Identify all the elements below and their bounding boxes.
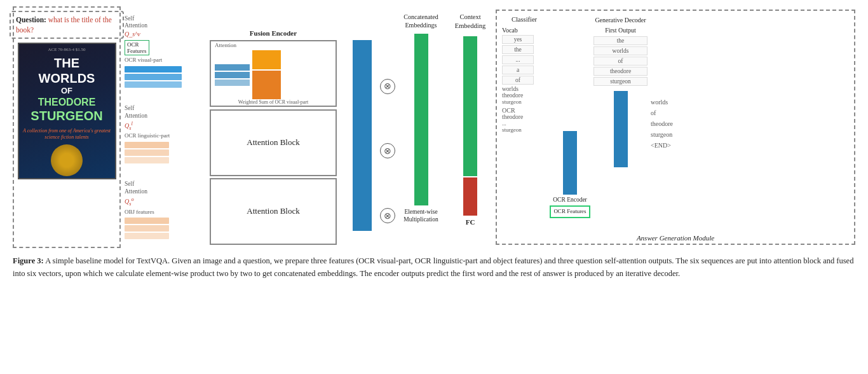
att-blue-strips — [215, 64, 250, 86]
first-out-item-the: the — [593, 36, 648, 45]
feat-bar-p3 — [125, 157, 169, 163]
multiply-2: ⊗ — [380, 143, 395, 158]
classifier-title: Classifier — [502, 16, 546, 23]
book-barcode: ACE 70-863-4 $1.50 — [48, 47, 86, 52]
vocab-item: a — [502, 66, 534, 74]
book-title-line1: THE — [31, 55, 102, 71]
fusion-bar — [353, 40, 372, 231]
caption-text-body: A simple baseline model for TextVQA. Giv… — [13, 256, 853, 278]
feature-row-linguistic: SelfAttention Qsl OCR linguistic-part — [125, 105, 210, 163]
feat-bar-b1 — [125, 66, 182, 73]
figure-label: Figure 3: — [13, 256, 44, 265]
book-title-line5: STURGEON — [31, 108, 102, 123]
ocr-item-theodore: theodore — [502, 114, 523, 120]
multiply-column: ⊗ ⊗ ⊗ — [378, 6, 397, 248]
feature-row-visual: SelfAttention Q_s^v OCRFeatures OCR visu… — [125, 15, 210, 88]
vocab-item-sturgeon: sturgeon — [502, 99, 522, 105]
multiply-1: ⊗ — [380, 79, 395, 94]
vocab-label: Vocab — [502, 27, 518, 34]
feature-bars-row3 — [125, 218, 210, 239]
ocr-enc-bar — [563, 131, 577, 195]
fusion-encoder-label: Fusion Encoder — [210, 29, 337, 38]
feat-bar-p1 — [125, 142, 169, 148]
ocr-item-sturgeon: sturgeon — [502, 127, 522, 133]
book-title-line2: WORLDS — [31, 71, 102, 86]
q-label-2: Qsl — [125, 121, 210, 131]
strip-3 — [215, 80, 250, 86]
book-figure-decoration — [51, 144, 83, 176]
concat-label: Concatenated Embeddings — [397, 13, 445, 29]
final-out-theodore: theodore — [649, 120, 675, 128]
features-section: SelfAttention Q_s^v OCRFeatures OCR visu… — [121, 6, 210, 248]
feat-bar-b2 — [125, 74, 182, 80]
ocr-features-label-2: OCR Features — [550, 205, 590, 218]
ocr-visual-part-label: OCR visual-part — [125, 57, 210, 64]
q-label-1: Q_s^v — [125, 31, 140, 38]
feat-bar-p2 — [125, 149, 169, 156]
concat-bar — [414, 34, 428, 205]
context-red-bar — [463, 177, 477, 216]
feat-bar-o3 — [125, 233, 169, 239]
ocr-enc-label: OCR Encoder — [553, 196, 587, 204]
att-orange-box — [252, 71, 281, 99]
feature-row-obj: SelfAttention Qso OBJ features — [125, 181, 210, 239]
self-att-label-1: SelfAttention — [125, 15, 210, 30]
context-green-bar — [463, 36, 477, 176]
attention-mid-text: Attention Block — [247, 137, 299, 148]
book-title: THE WORLDS OF THEODORE STURGEON — [27, 52, 105, 127]
attention-top-block: Attention Weighted Sum of OCR visual-par… — [210, 40, 337, 107]
first-out-item-sturgeon: sturgeon — [593, 77, 648, 86]
attention-blocks: Fusion Encoder Attention Weighted Sum of… — [210, 6, 346, 248]
fusion-column — [346, 6, 378, 248]
first-output-items: First Output the worlds of theodore stur… — [593, 27, 648, 86]
strip-2 — [215, 72, 250, 78]
vocab-item-theodore: theodore — [502, 92, 523, 99]
final-out-sturgeon: sturgeon — [649, 130, 674, 139]
book-subtitle: A collection from one of America's great… — [19, 127, 115, 142]
context-label: Context Embedding — [445, 13, 496, 30]
self-att-label-3: SelfAttention — [125, 181, 210, 195]
attention-mid-block: Attention Block — [210, 109, 337, 176]
vocab-item: the — [502, 45, 534, 54]
book-image: ACE 70-863-4 $1.50 THE WORLDS OF THEODOR… — [18, 43, 116, 179]
q-label-3: Qso — [125, 197, 210, 207]
ocr-features-label-1: OCRFeatures — [125, 40, 149, 55]
classifier-column: Classifier Vocab yes the ... a of worlds… — [502, 16, 546, 231]
question-box: Question: what is the title of the book? — [10, 11, 124, 39]
final-out-end: <END> — [649, 141, 673, 149]
att-inner-row — [215, 50, 332, 99]
feature-bars-row1 — [125, 66, 210, 88]
strip-1 — [215, 64, 250, 71]
figure-caption: Figure 3: A simple baseline model for Te… — [13, 254, 855, 280]
first-out-item-theodore: theodore — [593, 67, 648, 76]
gen-dec-bar — [614, 91, 628, 167]
vocab-item: ... — [502, 55, 534, 64]
feature-bars-row2 — [125, 142, 210, 163]
vocab-more-items: worlds — [502, 86, 519, 92]
feat-bar-o2 — [125, 225, 169, 232]
self-att-label-2: SelfAttention — [125, 105, 210, 120]
fc-label: FC — [466, 218, 475, 226]
left-dashed-box: Question: what is the title of the book?… — [13, 6, 121, 248]
book-title-line4: THEODORE — [31, 96, 102, 108]
context-section: Context Embedding FC — [445, 6, 496, 248]
answer-gen-label: Answer Generation Module — [497, 234, 854, 242]
final-out-of: of — [649, 109, 658, 117]
ocr-linguistic-part-label: OCR linguistic-part — [125, 132, 210, 139]
multiply-3: ⊗ — [380, 208, 395, 223]
generative-decoder-title: Generative Decoder — [595, 16, 646, 24]
diagram: Question: what is the title of the book?… — [13, 6, 855, 248]
question-label: Question: — [16, 16, 46, 24]
generative-decoder-column: Generative Decoder First Output the worl… — [593, 16, 648, 231]
answer-gen-module: Classifier Vocab yes the ... a of worlds… — [496, 10, 855, 245]
ocr-item-dots: ... — [502, 120, 506, 127]
weighted-sum-label: Weighted Sum of OCR visual-part — [215, 99, 332, 106]
final-output-column: worlds of theodore sturgeon <END> — [649, 16, 690, 231]
ocr-label: OCR — [502, 107, 515, 114]
elem-wise-label: Element-wise Multiplication — [399, 208, 444, 224]
final-out-worlds: worlds — [649, 98, 670, 106]
attention-bot-block: Attention Block — [210, 178, 337, 245]
attention-bot-text: Attention Block — [247, 206, 299, 216]
vocab-item: yes — [502, 35, 534, 44]
concat-section: Concatenated Embeddings Element-wise Mul… — [397, 6, 445, 248]
